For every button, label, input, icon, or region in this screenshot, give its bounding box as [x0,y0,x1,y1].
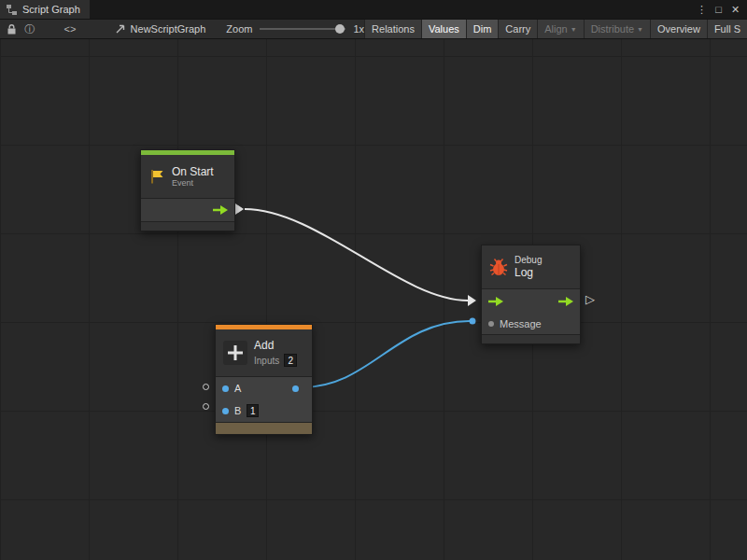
align-dropdown[interactable]: Align ▼ [537,19,583,39]
node-add[interactable]: Add Inputs A B [215,324,313,435]
chevron-down-icon: ▼ [637,26,643,33]
port-a-label: A [234,383,241,394]
zoom-slider[interactable] [260,28,345,30]
wire-end-dot-icon [470,318,476,325]
lock-button[interactable] [3,23,21,35]
node-title: Add [254,339,297,352]
lock-icon [7,23,17,35]
carry-button[interactable]: Carry [498,19,537,39]
zoom-value: 1x [353,23,364,35]
add-header: Add Inputs [216,329,312,376]
debug-log-ports: Message [482,289,580,334]
debug-log-header: Debug Log [482,245,580,288]
unconnected-port-ring-a[interactable] [203,384,209,390]
titlebar-spacer [90,0,695,19]
port-a-row: A [216,377,312,399]
port-b-label: B [234,405,241,416]
graph-canvas[interactable]: On Start Event [0,39,747,560]
node-title: On Start [172,165,214,178]
port-b-input[interactable] [222,408,229,414]
sum-output-port[interactable] [292,385,299,392]
connections-layer [0,39,747,560]
bug-icon [489,258,508,276]
overview-label: Overview [657,23,700,35]
exec-wire-onstart-to-log[interactable] [245,209,468,301]
exec-ports-row [482,289,580,314]
debug-log-titles: Debug Log [514,255,542,279]
edit-source-button[interactable]: <> [61,23,78,35]
values-label: Values [429,23,459,35]
value-wire-add-to-message[interactable] [302,321,470,387]
chevron-down-icon: ▼ [571,26,577,33]
node-on-start[interactable]: On Start Event [140,149,235,231]
on-start-header: On Start Event [141,155,234,198]
node-surtitle: Debug [514,255,542,266]
flow-continuation-icon: ▷ [585,293,595,305]
node-footer [216,422,312,434]
graph-asset-icon [115,23,126,35]
message-input-port[interactable] [488,321,494,327]
dim-button[interactable]: Dim [466,19,499,39]
relations-label: Relations [372,23,415,35]
zoom-slider-knob[interactable] [335,24,345,34]
overview-button[interactable]: Overview [650,19,707,39]
port-b-value-field[interactable] [247,404,259,417]
carry-label: Carry [505,23,530,35]
fullscreen-label: Full S [714,23,740,35]
on-start-titles: On Start Event [172,165,214,189]
tab-script-graph[interactable]: Script Graph [0,0,90,19]
port-a-input[interactable] [222,385,229,392]
message-port-label: Message [500,318,542,329]
info-icon: ⓘ [24,22,35,36]
on-start-ports [141,199,234,221]
toolbar-buttons: Relations Values Dim Carry Align ▼ Distr… [364,19,747,39]
code-icon: <> [64,23,77,35]
values-button[interactable]: Values [421,19,466,39]
plus-icon [223,341,247,365]
exec-output-row [141,199,234,221]
distribute-label: Distribute [591,23,634,35]
wire-end-arrow-icon [468,295,476,306]
exec-output-port[interactable] [213,205,228,215]
inputs-count-field[interactable] [284,354,297,367]
exec-output-port[interactable] [558,297,573,306]
close-icon[interactable]: ✕ [728,1,742,18]
graph-name: NewScriptGraph [131,23,206,35]
wire-start-arrow-icon [235,203,244,215]
fullscreen-button[interactable]: Full S [707,19,747,39]
node-footer [482,334,580,343]
graph-toolbar: ⓘ <> NewScriptGraph Zoom 1x Relations Va… [0,19,747,39]
flag-icon [148,168,165,185]
align-label: Align [544,23,567,35]
info-button[interactable]: ⓘ [21,22,38,36]
add-ports: A B [216,377,312,422]
zoom-control: Zoom 1x [226,23,364,35]
node-subtitle: Event [172,178,214,189]
window-titlebar: Script Graph ⋮ □ ✕ [0,0,747,19]
node-debug-log[interactable]: Debug Log Message [481,245,581,344]
relations-button[interactable]: Relations [364,19,421,39]
maximize-icon[interactable]: □ [712,1,726,18]
tab-label: Script Graph [22,4,80,15]
dim-label: Dim [473,23,492,35]
graph-reference[interactable]: NewScriptGraph [115,23,206,35]
script-graph-icon [6,4,18,16]
menu-icon[interactable]: ⋮ [695,1,709,18]
inputs-label: Inputs [254,356,279,366]
window-controls: ⋮ □ ✕ [695,0,747,19]
port-b-row: B [216,399,312,422]
unconnected-port-ring-b[interactable] [203,403,209,410]
message-port-row: Message [482,314,580,334]
node-title: Log [514,266,542,279]
inputs-row: Inputs [254,354,297,367]
zoom-label: Zoom [226,23,252,35]
distribute-dropdown[interactable]: Distribute ▼ [584,19,650,39]
node-footer [141,221,234,231]
exec-input-port[interactable] [488,297,503,306]
add-titles: Add Inputs [254,339,297,367]
